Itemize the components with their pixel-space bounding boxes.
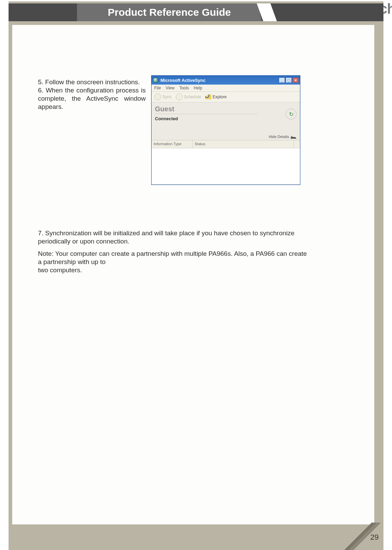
maximize-button[interactable]: ▢ (286, 77, 292, 83)
sync-icon (154, 93, 161, 100)
note-line-1: Note: Your computer can create a partner… (38, 250, 307, 265)
step-7: 7. Synchronization will be initialized a… (38, 229, 295, 245)
column-status[interactable]: Status (193, 140, 294, 148)
header-dark-strip: Product Reference Guide (9, 3, 383, 21)
activesync-body: Guest Connected ↻ Hide Details (152, 102, 300, 140)
column-information-type[interactable]: Information Type (152, 140, 193, 148)
window-control-buttons: _ ▢ ✕ (279, 77, 299, 83)
faded-content-area (43, 280, 341, 486)
activesync-title-left: Microsoft ActiveSync (153, 77, 206, 83)
column-spacer (294, 140, 300, 148)
activesync-titlebar: Microsoft ActiveSync _ ▢ ✕ (152, 76, 300, 85)
step-5: 5. Follow the onscreen instructions. (38, 78, 140, 86)
sync-status-icon: ↻ (286, 109, 297, 120)
close-button[interactable]: ✕ (292, 77, 299, 83)
chevron-up-icon (290, 134, 297, 139)
minimize-button[interactable]: _ (279, 77, 285, 83)
toolbar-schedule[interactable]: Schedule (176, 93, 201, 100)
hide-details-toggle[interactable]: Hide Details (269, 134, 297, 139)
menu-file[interactable]: File (154, 86, 161, 90)
menu-tools[interactable]: Tools (179, 86, 189, 90)
content-panel: 5. Follow the onscreen instructions. 6. … (12, 25, 375, 525)
note-block: Note: Your computer can create a partner… (38, 250, 308, 274)
activesync-window: Microsoft ActiveSync _ ▢ ✕ File View Too… (151, 75, 300, 185)
toolbar-sync-label: Sync (162, 95, 172, 99)
step-6: 6. When the configuration process is com… (38, 87, 146, 110)
toolbar-sync[interactable]: Sync (154, 93, 172, 100)
activesync-menubar: File View Tools Help (152, 85, 300, 92)
toolbar-schedule-label: Schedule (184, 95, 201, 99)
header-band: Product Reference Guide (9, 0, 383, 23)
toolbar-explore[interactable]: Explore (205, 95, 227, 99)
explore-icon (205, 95, 211, 99)
note-line-2: two computers. (38, 266, 82, 274)
hide-details-label: Hide Details (269, 135, 289, 139)
menu-help[interactable]: Help (194, 86, 202, 90)
schedule-icon (176, 93, 183, 100)
toolbar-explore-label: Explore (213, 95, 227, 99)
page-number: 29 (370, 533, 379, 542)
activesync-guest-label: Guest (155, 105, 258, 114)
page-background: Product Reference Guide 5. Follow the on… (9, 0, 383, 550)
activesync-app-icon (153, 77, 158, 83)
menu-view[interactable]: View (166, 86, 174, 90)
activesync-toolbar: Sync Schedule Explore (152, 92, 300, 102)
activesync-title-text: Microsoft ActiveSync (160, 78, 206, 83)
steps-5-6-block: 5. Follow the onscreen instructions. 6. … (38, 78, 146, 111)
activesync-column-headers: Information Type Status (152, 140, 300, 148)
activesync-status-connected: Connected (155, 116, 297, 121)
step-7-block: 7. Synchronization will be initialized a… (38, 229, 308, 246)
page-title: Product Reference Guide (77, 3, 262, 21)
activesync-empty-list (152, 148, 300, 184)
